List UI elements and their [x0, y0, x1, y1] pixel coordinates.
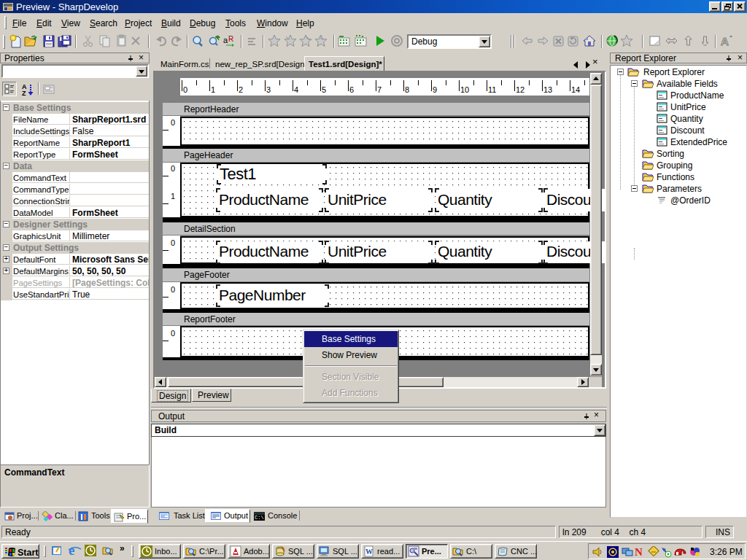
svg-text:R: R — [228, 35, 233, 43]
svg-text:A: A — [721, 35, 729, 47]
svg-text:e: e — [69, 543, 74, 557]
svg-text:N: N — [635, 546, 643, 557]
svg-text:Z: Z — [22, 90, 26, 97]
svg-text:C:\: C:\ — [255, 515, 264, 521]
svg-text:a: a — [223, 36, 228, 44]
svg-text:W: W — [365, 548, 373, 556]
